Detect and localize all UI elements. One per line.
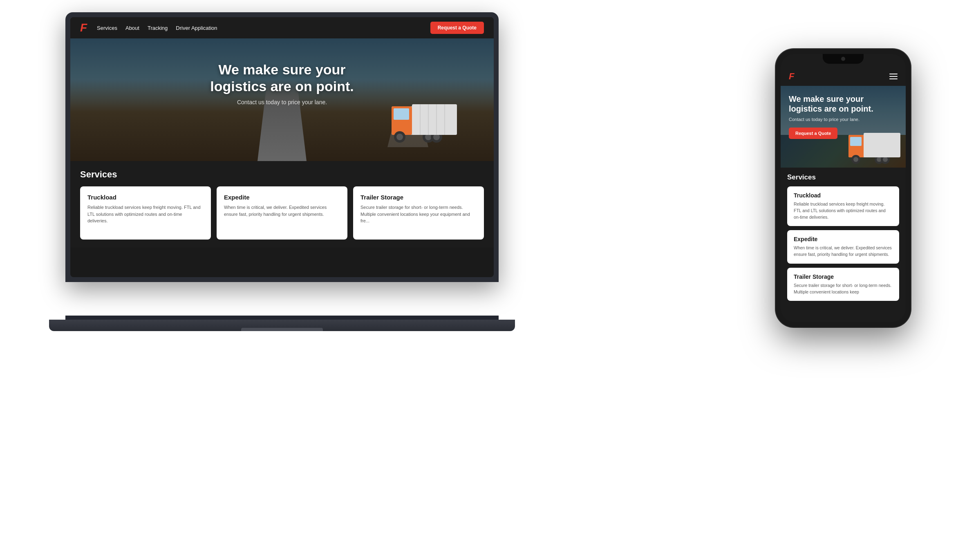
phone-hero-subtitle: Contact us today to price your lane.	[789, 117, 898, 122]
svg-rect-10	[412, 104, 457, 135]
laptop-body: F Services About Tracking Driver Applica…	[65, 12, 499, 282]
hero-subtitle: Contact us today to price your lane.	[210, 99, 354, 105]
site-nav: F Services About Tracking Driver Applica…	[70, 17, 494, 38]
phone-services-title: Services	[787, 173, 899, 181]
phone-service-card-truckload: Truckload Reliable truckload services ke…	[787, 186, 899, 226]
hero-content: We make sure your logistics are on point…	[210, 61, 354, 105]
services-section: Services Truckload Reliable truckload se…	[70, 161, 494, 248]
service-card-truckload: Truckload Reliable truckload services ke…	[80, 186, 211, 240]
service-card-trailer: Trailer Storage Secure trailer storage f…	[353, 186, 484, 240]
menu-line-2	[889, 76, 898, 77]
phone-service-card-trailer: Trailer Storage Secure trailer storage f…	[787, 268, 899, 301]
service-cards: Truckload Reliable truckload services ke…	[80, 186, 484, 240]
hamburger-icon[interactable]	[889, 74, 898, 79]
hero-section: We make sure your logistics are on point…	[70, 38, 494, 161]
service-card-title: Truckload	[87, 194, 204, 201]
services-title: Services	[80, 169, 484, 180]
laptop-device: F Services About Tracking Driver Applica…	[65, 12, 499, 331]
svg-point-23	[883, 157, 888, 162]
phone-hero-content: We make sure your logistics are on point…	[781, 86, 906, 143]
service-card-expedite: Expedite When time is critical, we deliv…	[217, 186, 347, 240]
request-quote-button[interactable]: Request a Quote	[430, 22, 484, 34]
phone-service-card-title: Truckload	[794, 192, 893, 199]
laptop-screen: F Services About Tracking Driver Applica…	[70, 17, 494, 277]
phone-hero-section: We make sure your logistics are on point…	[781, 86, 906, 168]
nav-services[interactable]: Services	[97, 25, 117, 31]
phone-screen: F	[781, 54, 906, 322]
nav-links: Services About Tracking Driver Applicati…	[97, 24, 217, 31]
laptop-hinge	[65, 316, 499, 320]
site-logo: F	[80, 22, 87, 34]
truck-image	[355, 82, 461, 149]
nav-about[interactable]: About	[125, 25, 139, 31]
svg-rect-3	[394, 108, 409, 120]
phone-hero-title: We make sure your logistics are on point…	[789, 94, 898, 114]
menu-line-3	[889, 78, 898, 79]
service-card-title: Trailer Storage	[360, 194, 477, 201]
phone-services-section: Services Truckload Reliable truckload se…	[781, 168, 906, 311]
phone-notch	[823, 54, 864, 64]
service-card-text: When time is critical, we deliver. Exped…	[224, 204, 340, 217]
phone-logo: F	[789, 71, 794, 82]
laptop-base	[49, 320, 515, 331]
menu-line-1	[889, 74, 898, 74]
hero-title: We make sure your logistics are on point…	[210, 61, 354, 95]
phone-service-card-expedite: Expedite When time is critical, we deliv…	[787, 230, 899, 264]
phone-request-quote-button[interactable]: Request a Quote	[789, 128, 837, 139]
svg-point-19	[853, 157, 858, 162]
phone-service-card-text: When time is critical, we deliver. Exped…	[794, 245, 893, 258]
nav-tracking[interactable]: Tracking	[148, 25, 168, 31]
nav-driver[interactable]: Driver Application	[176, 25, 217, 31]
service-card-text: Reliable truckload services keep freight…	[87, 204, 204, 224]
service-card-text: Secure trailer storage for short- or lon…	[360, 204, 477, 224]
phone-service-card-text: Reliable truckload services keep freight…	[794, 201, 893, 220]
service-card-title: Expedite	[224, 194, 340, 201]
phone-body: F	[776, 49, 911, 327]
phone-service-card-text: Secure trailer storage for short- or lon…	[794, 282, 893, 296]
phone-service-card-title: Expedite	[794, 236, 893, 242]
phone-service-card-title: Trailer Storage	[794, 273, 893, 280]
svg-point-5	[396, 134, 403, 140]
scene: F Services About Tracking Driver Applica…	[0, 0, 976, 560]
phone-device: F	[776, 49, 911, 327]
